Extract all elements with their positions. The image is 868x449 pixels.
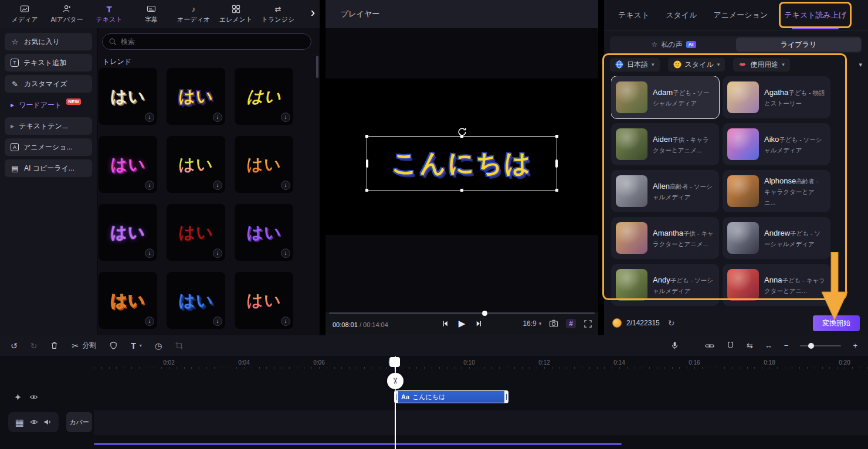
nav-item-text[interactable]: T テキスト bbox=[88, 4, 130, 24]
video-track-lane[interactable] bbox=[94, 410, 868, 435]
text-style-tile[interactable]: はい↓ bbox=[235, 272, 293, 329]
text-style-tile[interactable]: はい↓ bbox=[167, 204, 225, 261]
mute-track-icon[interactable] bbox=[43, 418, 52, 426]
text-style-tile[interactable]: はい↓ bbox=[167, 272, 225, 329]
search-box[interactable] bbox=[102, 33, 311, 50]
mask-button[interactable] bbox=[109, 341, 118, 350]
redo-button[interactable]: ↻ bbox=[30, 341, 38, 351]
voice-card-anna[interactable]: Anna子ども - キャラクターとアニ... bbox=[723, 264, 830, 306]
download-icon[interactable]: ↓ bbox=[281, 317, 290, 326]
next-frame-button[interactable] bbox=[474, 319, 483, 328]
fullscreen-icon[interactable] bbox=[584, 319, 592, 328]
preview-text[interactable]: こんにちは bbox=[367, 137, 557, 190]
resize-handle[interactable] bbox=[555, 135, 558, 138]
text-tool-button[interactable]: T ▾ bbox=[131, 341, 142, 351]
zoom-in-icon[interactable]: + bbox=[853, 341, 857, 350]
download-icon[interactable]: ↓ bbox=[281, 113, 290, 122]
language-filter[interactable]: 日本語 ▾ bbox=[610, 58, 660, 72]
delete-button[interactable] bbox=[50, 341, 59, 350]
zoom-out-icon[interactable]: − bbox=[784, 341, 789, 350]
resize-handle[interactable] bbox=[555, 189, 558, 192]
record-voice-icon[interactable] bbox=[670, 341, 679, 350]
voice-card-adam[interactable]: Adam子ども - ソーシャルメディア bbox=[611, 76, 719, 118]
voice-card-andy[interactable]: Andy子ども - ソーシャルメディア bbox=[611, 264, 719, 306]
magnet-icon[interactable] bbox=[726, 341, 735, 350]
nav-item-transitions[interactable]: ⇄ トランジシ bbox=[257, 4, 299, 24]
download-icon[interactable]: ↓ bbox=[145, 113, 154, 122]
sidebar-item-word-art[interactable]: ▶ ワードアート NEW bbox=[5, 96, 92, 114]
track-thumbnail-icon[interactable]: ▦ bbox=[15, 417, 24, 428]
tab-style[interactable]: スタイル bbox=[666, 10, 697, 21]
playhead-handle[interactable] bbox=[389, 357, 400, 367]
voice-card-andrew[interactable]: Andrew子ども - ソーシャルメディア bbox=[723, 217, 830, 259]
sidebar-item-text-templates[interactable]: ▶ テキストテン... bbox=[5, 117, 92, 135]
voice-card-aiden[interactable]: Aiden子供 - キャラクターとアニメ... bbox=[611, 123, 719, 165]
text-clip[interactable]: Aa こんにちは bbox=[394, 390, 508, 403]
nav-item-ai-avatar[interactable]: AIアバター bbox=[46, 4, 88, 24]
split-button[interactable]: ✂ 分割 bbox=[72, 341, 96, 351]
download-icon[interactable]: ↓ bbox=[281, 181, 290, 190]
play-button[interactable]: ▶ bbox=[459, 318, 466, 329]
style-filter[interactable]: スタイル ▾ bbox=[668, 58, 725, 72]
text-style-tile[interactable]: はい↓ bbox=[167, 136, 225, 193]
download-icon[interactable]: ↓ bbox=[213, 249, 222, 258]
split-at-playhead-button[interactable]: ✂ bbox=[387, 373, 404, 389]
download-icon[interactable]: ↓ bbox=[145, 249, 154, 258]
my-voice-tab[interactable]: ☆ 私の声 AI bbox=[611, 38, 736, 52]
nav-item-captions[interactable]: 字幕 bbox=[130, 4, 172, 24]
voice-card-alphonse[interactable]: Alphonse高齢者 - キャラクターとアニ... bbox=[723, 170, 830, 212]
expand-panel-button[interactable]: › bbox=[306, 5, 320, 23]
download-icon[interactable]: ↓ bbox=[213, 317, 222, 326]
aspect-ratio-select[interactable]: 16:9 ▾ bbox=[523, 319, 541, 328]
video-preview[interactable]: こんにちは bbox=[326, 28, 598, 312]
hide-track-icon[interactable] bbox=[30, 418, 38, 426]
collapse-filters-icon[interactable]: ▾ bbox=[859, 61, 862, 69]
zoom-slider-handle[interactable] bbox=[808, 343, 814, 349]
voice-card-amantha[interactable]: Amantha子供 - キャラクターとアニメ... bbox=[611, 217, 719, 259]
download-icon[interactable]: ↓ bbox=[213, 113, 222, 122]
text-style-tile[interactable]: はい↓ bbox=[235, 68, 293, 125]
text-selection-box[interactable]: こんにちは bbox=[367, 136, 557, 191]
download-icon[interactable]: ↓ bbox=[145, 181, 154, 190]
track-effect-icon[interactable] bbox=[14, 393, 22, 401]
sidebar-item-add-text[interactable]: T テキスト追加 bbox=[5, 54, 92, 72]
download-icon[interactable]: ↓ bbox=[213, 181, 222, 190]
usage-filter[interactable]: 使用用途 ▾ bbox=[733, 58, 790, 72]
text-style-tile[interactable]: はい↓ bbox=[99, 136, 157, 193]
track-visibility-icon[interactable] bbox=[29, 393, 38, 402]
snapshot-icon[interactable] bbox=[549, 319, 558, 328]
speed-button[interactable]: ◷ bbox=[155, 341, 162, 351]
library-tab[interactable]: ライブラリ bbox=[736, 38, 861, 52]
sidebar-item-animation[interactable]: A アニメーショ... bbox=[5, 138, 92, 156]
timeline-ruler[interactable]: 0:02 0:04 0:06 0:08 0:10 0:12 0:14 0:16 … bbox=[0, 356, 868, 370]
resize-handle[interactable] bbox=[366, 159, 368, 168]
convert-button[interactable]: 変換開始 bbox=[813, 315, 860, 331]
text-style-tile[interactable]: はい↓ bbox=[99, 68, 157, 125]
zoom-slider[interactable] bbox=[800, 345, 841, 346]
previous-frame-button[interactable] bbox=[441, 319, 449, 328]
resize-handle[interactable] bbox=[365, 189, 368, 192]
seek-handle[interactable] bbox=[482, 311, 487, 316]
voice-card-aiko[interactable]: Aiko子ども - ソーシャルメディア bbox=[723, 123, 830, 165]
nav-item-audio[interactable]: ♪ オーディオ bbox=[172, 4, 215, 24]
nav-item-media[interactable]: メディア bbox=[4, 4, 46, 24]
seek-bar[interactable] bbox=[329, 312, 595, 314]
sidebar-item-favorites[interactable]: ☆ お気に入り bbox=[5, 33, 92, 50]
refresh-icon[interactable]: ↻ bbox=[668, 318, 675, 328]
resize-handle[interactable] bbox=[460, 135, 463, 138]
sidebar-item-customize[interactable]: ✎ カスタマイズ bbox=[5, 75, 92, 93]
text-style-tile[interactable]: はい↓ bbox=[167, 68, 225, 125]
text-style-tile[interactable]: はい↓ bbox=[235, 136, 293, 193]
cover-button[interactable]: カバー bbox=[66, 412, 92, 432]
grid-overlay-icon[interactable]: # bbox=[566, 319, 576, 328]
tab-text-to-speech[interactable]: テキスト読み上げ bbox=[784, 10, 846, 21]
undo-button[interactable]: ↺ bbox=[11, 341, 18, 351]
resize-handle[interactable] bbox=[555, 159, 558, 168]
search-input[interactable] bbox=[121, 38, 305, 46]
tab-text[interactable]: テキスト bbox=[618, 10, 649, 21]
text-style-tile[interactable]: はい↓ bbox=[99, 272, 157, 329]
link-icon[interactable] bbox=[705, 341, 714, 351]
download-icon[interactable]: ↓ bbox=[145, 317, 154, 326]
voice-card-allen[interactable]: Allen高齢者 - ソーシャルメディア bbox=[611, 170, 719, 212]
clip-trim-handle-right[interactable] bbox=[504, 390, 508, 403]
